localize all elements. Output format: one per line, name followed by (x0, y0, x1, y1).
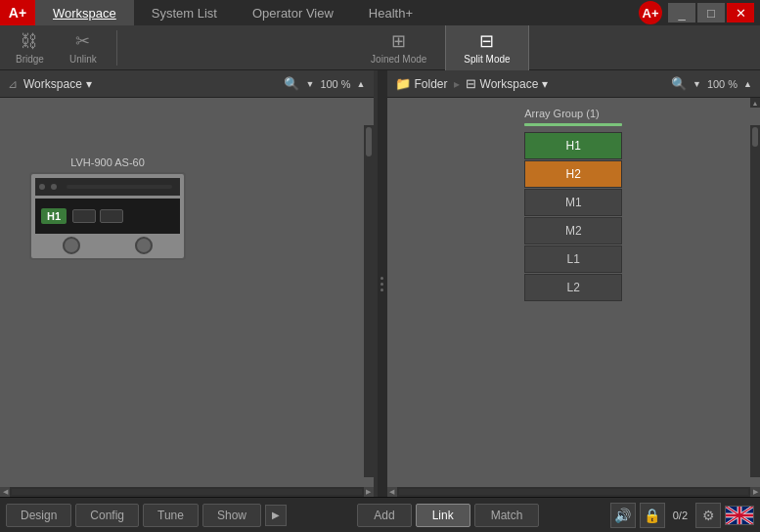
split-mode-icon: ⊟ (479, 30, 494, 52)
left-search-icon[interactable]: 🔍 (284, 76, 299, 91)
right-search-icon[interactable]: 🔍 (671, 76, 687, 91)
right-hscroll-right-btn[interactable]: ▶ (750, 487, 760, 497)
left-vscroll[interactable] (364, 125, 374, 477)
tab-tune[interactable]: Tune (143, 504, 199, 527)
device-btn-2[interactable] (100, 209, 123, 223)
left-vscroll-thumb[interactable] (366, 127, 372, 156)
breadcrumb-folder[interactable]: 📁 Folder (395, 76, 448, 91)
left-workspace-chevron[interactable] (86, 77, 92, 91)
speaker-icon-btn[interactable]: 🔊 (610, 503, 636, 528)
panel-splitter[interactable] (378, 70, 387, 497)
device-controls (72, 209, 123, 223)
close-button[interactable]: ✕ (727, 3, 754, 22)
right-vscroll-thumb[interactable] (752, 127, 758, 147)
array-items: H1 H2 M1 M2 L1 L2 (524, 132, 622, 301)
right-panel-controls: 🔍 ▼ 100 % ▲ (671, 76, 752, 91)
joined-mode-label: Joined Mode (371, 54, 426, 65)
splitter-dot-3 (380, 288, 383, 291)
left-hscroll[interactable]: ◀ ▶ (0, 487, 374, 497)
tab-system-list[interactable]: System List (134, 0, 235, 25)
array-item-h1[interactable]: H1 (524, 132, 622, 159)
device-wheel-right (135, 237, 153, 254)
splitter-dot-2 (380, 283, 383, 286)
bridge-label: Bridge (16, 54, 44, 65)
device-top-row (35, 178, 180, 196)
minimize-button[interactable]: _ (668, 3, 695, 22)
mode-bar: ⛓ Bridge ✂ Unlink ⊞ Joined Mode ⊟ Split … (0, 25, 760, 70)
left-expand-icon: ⊿ (8, 77, 18, 91)
array-item-l2[interactable]: L2 (524, 274, 622, 301)
device-led-1 (39, 184, 45, 190)
lock-icon-btn[interactable]: 🔒 (640, 503, 665, 528)
folder-label: Folder (415, 77, 448, 91)
settings-icon-btn[interactable]: ⚙ (695, 503, 721, 528)
right-panel: 📁 Folder ▸ ⊟ Workspace 🔍 ▼ 100 % ▲ ▲ Arr (387, 70, 761, 497)
a-plus-button[interactable]: A+ (639, 1, 662, 24)
breadcrumb-separator: ▸ (454, 77, 460, 91)
tab-design[interactable]: Design (6, 504, 71, 527)
right-zoom-down-icon[interactable]: ▼ (693, 79, 701, 89)
window-controls: _ □ ✕ (668, 3, 760, 22)
left-workspace-label: Workspace (23, 77, 82, 91)
left-workspace-title: Workspace (23, 77, 92, 91)
array-item-m2[interactable]: M2 (524, 217, 622, 244)
device-led-2 (51, 184, 57, 190)
right-panel-header: 📁 Folder ▸ ⊟ Workspace 🔍 ▼ 100 % ▲ (387, 70, 761, 98)
right-hscroll-left-btn[interactable]: ◀ (387, 487, 397, 497)
device-label: LVH-900 AS-60 (29, 156, 186, 168)
array-item-m1[interactable]: M1 (524, 189, 622, 216)
split-mode-button[interactable]: ⊟ Split Mode (445, 23, 528, 71)
device-container: LVH-900 AS-60 H1 (29, 156, 186, 260)
view-mode-group: ⊞ Joined Mode ⊟ Split Mode (352, 23, 529, 71)
title-tabs: Workspace System List Operator View Heal… (35, 0, 639, 25)
tab-config[interactable]: Config (75, 504, 139, 527)
mode-divider (116, 30, 117, 66)
device-main-row: H1 (35, 199, 180, 234)
add-button[interactable]: Add (357, 504, 411, 527)
maximize-button[interactable]: □ (697, 3, 725, 22)
tab-health[interactable]: Health+ (351, 0, 430, 25)
left-panel-header: ⊿ Workspace 🔍 ▼ 100 % ▲ (0, 70, 374, 98)
device-channel-badge: H1 (41, 208, 67, 224)
unlink-button[interactable]: ✂ Unlink (64, 26, 103, 68)
left-panel: ⊿ Workspace 🔍 ▼ 100 % ▲ LVH-900 AS-60 (0, 70, 378, 497)
right-vscroll[interactable] (750, 125, 760, 477)
left-hscroll-track (12, 489, 362, 495)
device-box[interactable]: H1 (29, 172, 186, 260)
device-btn-1[interactable] (72, 209, 96, 223)
app-logo: A+ (0, 0, 35, 25)
workspace-chevron[interactable] (542, 77, 548, 91)
match-button[interactable]: Match (474, 504, 540, 527)
right-vscroll-up-btn[interactable]: ▲ (750, 98, 760, 108)
unlink-label: Unlink (69, 54, 97, 65)
right-hscroll[interactable]: ◀ ▶ (387, 487, 761, 497)
left-zoom-down-icon[interactable]: ▼ (305, 79, 314, 89)
right-zoom-up-icon[interactable]: ▲ (743, 79, 752, 89)
joined-mode-icon: ⊞ (391, 30, 406, 52)
left-panel-controls: 🔍 ▼ 100 % ▲ (284, 76, 365, 91)
left-panel-content: LVH-900 AS-60 H1 (0, 98, 374, 487)
tab-operator-view[interactable]: Operator View (235, 0, 351, 25)
left-zoom-value: 100 % (320, 78, 350, 90)
workspace-icon: ⊟ (466, 76, 476, 91)
array-item-h2[interactable]: H2 (524, 160, 622, 188)
right-zoom-value: 100 % (707, 78, 738, 90)
array-line (524, 123, 622, 126)
tab-workspace[interactable]: Workspace (35, 0, 134, 25)
left-hscroll-right-btn[interactable]: ▶ (364, 487, 374, 497)
bottom-arrow-right-btn[interactable]: ▶ (265, 505, 287, 526)
array-item-l1[interactable]: L1 (524, 245, 622, 273)
bridge-button[interactable]: ⛓ Bridge (10, 27, 50, 68)
language-flag[interactable] (725, 506, 754, 525)
joined-mode-button[interactable]: ⊞ Joined Mode (352, 23, 445, 71)
left-hscroll-left-btn[interactable]: ◀ (0, 487, 10, 497)
right-hscroll-track (399, 489, 749, 495)
breadcrumb-workspace[interactable]: ⊟ Workspace (466, 76, 549, 91)
tab-show[interactable]: Show (202, 504, 261, 527)
array-group: Array Group (1) H1 H2 M1 M2 L1 L2 (524, 108, 622, 301)
device-wheel-left (63, 237, 80, 254)
link-button[interactable]: Link (416, 504, 470, 527)
left-zoom-up-icon[interactable]: ▲ (357, 79, 366, 89)
count-badge: 0/2 (669, 510, 692, 521)
uk-flag-svg (726, 506, 753, 525)
